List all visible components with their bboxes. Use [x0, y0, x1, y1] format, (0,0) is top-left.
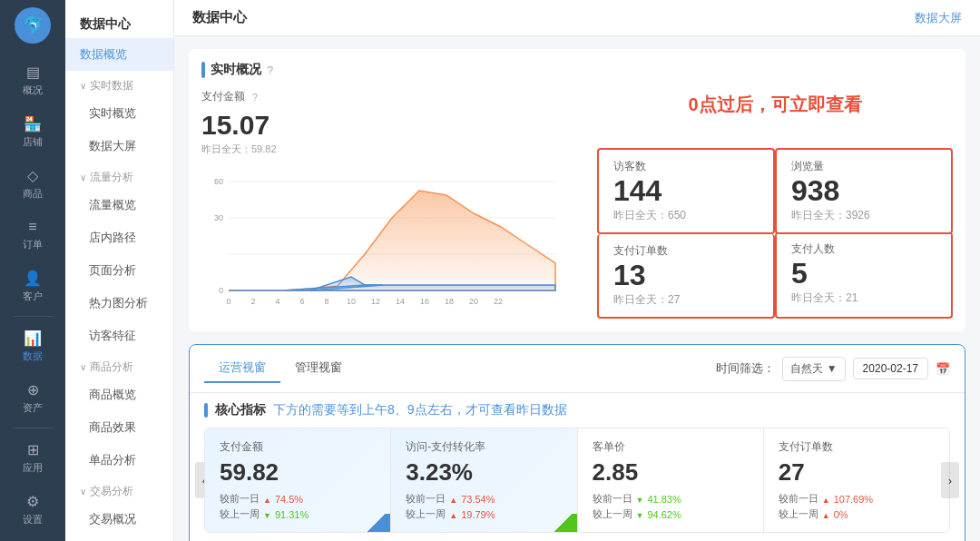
realtime-section: 实时概况 ? 支付金额 ? 15.07 昨日全天：59.82 60	[189, 49, 965, 331]
nav-section-transaction[interactable]: ∨ 交易分析	[65, 477, 173, 503]
core-section: 核心指标 下方的需要等到上午8、9点左右，才可查看昨日数据 ‹ 支付金额 59.…	[190, 393, 965, 541]
chevron-down-icon: ∨	[80, 81, 86, 91]
data-icon: 📊	[24, 330, 42, 347]
sidebar-item-customer[interactable]: 👤 客户	[0, 261, 65, 312]
nav-item-traffic-overview[interactable]: 流量概览	[65, 189, 173, 221]
metric-up-icon	[449, 494, 457, 505]
buyers-label: 支付人数	[791, 241, 936, 257]
metric-row1-label: 较前一日	[220, 492, 260, 506]
nav-item-visitor-traits[interactable]: 访客特征	[65, 320, 173, 352]
date-input[interactable]: 2020-02-17	[853, 358, 928, 379]
nav-item-realtime-overview[interactable]: 实时概览	[65, 97, 173, 130]
tabs-list: 运营视窗 管理视窗	[204, 354, 357, 383]
chevron-down-icon: ∨	[80, 487, 86, 497]
sidebar-label-setting: 设置	[23, 513, 43, 526]
metric-row2-payment: 较上一周 91.31%	[220, 507, 376, 521]
metric-up-icon	[449, 509, 457, 520]
metric-row1-label: 较前一日	[779, 492, 818, 506]
nav-item-single-analysis[interactable]: 单品分析	[65, 444, 173, 477]
svg-text:18: 18	[445, 297, 454, 306]
nav-item-goods-effect[interactable]: 商品效果	[65, 411, 173, 444]
sidebar-item-setting[interactable]: ⚙ 设置	[0, 484, 65, 536]
overview-icon: ▤	[26, 64, 40, 81]
section-bar	[201, 62, 205, 78]
asset-icon: ⊕	[27, 381, 39, 398]
buyers-yesterday: 昨日全天：21	[791, 290, 936, 306]
sidebar-item-data[interactable]: 📊 数据	[0, 320, 65, 372]
sidebar-item-order[interactable]: ≡ 订单	[0, 210, 65, 261]
nav-item-data-overview[interactable]: 数据概览	[65, 38, 173, 71]
metric-row1-label: 较前一日	[593, 492, 632, 506]
nav-section-realtime[interactable]: ∨ 实时数据	[65, 71, 173, 97]
svg-marker-7	[229, 191, 555, 290]
metric-row1-payment: 较前一日 74.5%	[220, 492, 376, 506]
next-metric-button[interactable]: ›	[941, 462, 959, 498]
realtime-title: 实时概况	[211, 62, 261, 78]
metric-up-icon	[263, 494, 271, 505]
svg-text:6: 6	[299, 297, 304, 306]
metric-row1-value: 107.69%	[834, 494, 873, 505]
time-filter-label: 时间筛选：	[716, 360, 775, 377]
sidebar-item-overview[interactable]: ▤ 概况	[0, 54, 65, 106]
nav-item-transaction-overview[interactable]: 交易概况	[65, 503, 173, 536]
chevron-down-icon: ∨	[80, 172, 86, 182]
visitors-yesterday: 昨日全天：650	[613, 208, 759, 223]
visitors-label: 访客数	[613, 159, 759, 174]
card-corner-blue	[363, 514, 390, 532]
metric-row2-label: 较上一周	[779, 507, 818, 521]
payment-metric: 支付金额 ?	[201, 89, 583, 104]
metric-row1-value: 74.5%	[275, 494, 303, 505]
stat-card-orders: 支付订单数 13 昨日全天：27	[597, 234, 775, 319]
nav-item-store-path[interactable]: 店内路径	[65, 221, 173, 254]
time-select[interactable]: 自然天 ▼	[782, 357, 846, 381]
customer-icon: 👤	[24, 270, 42, 287]
sidebar-label-overview: 概况	[23, 84, 43, 97]
calendar-icon[interactable]: 📅	[936, 362, 950, 376]
order-icon: ≡	[28, 219, 36, 235]
sidebar-label-app: 应用	[23, 461, 43, 475]
metric-down-icon	[636, 509, 644, 520]
sidebar: 🐬 ▤ 概况 🏪 店铺 ◇ 商品 ≡ 订单 👤 客户 📊 数据 ⊕ 资产 ⊞ 应…	[0, 0, 65, 541]
nav-item-heatmap[interactable]: 热力图分析	[65, 287, 173, 320]
metric-label-conversion: 访问-支付转化率	[406, 439, 562, 455]
svg-text:4: 4	[275, 297, 279, 306]
nav-item-goods-overview[interactable]: 商品概览	[65, 379, 173, 411]
svg-text:14: 14	[396, 297, 405, 306]
stat-card-visitors: 访客数 144 昨日全天：650	[597, 148, 775, 234]
core-header: 核心指标 下方的需要等到上午8、9点左右，才可查看昨日数据	[204, 402, 950, 418]
sidebar-label-shop: 店铺	[23, 135, 43, 149]
payment-value: 15.07	[201, 110, 583, 141]
pv-yesterday: 昨日全天：3926	[791, 208, 936, 223]
metric-row2-unit-price: 较上一周 94.62%	[593, 507, 749, 521]
svg-text:22: 22	[494, 297, 503, 306]
visitors-value: 144	[613, 174, 759, 208]
nav-section-goods[interactable]: ∨ 商品分析	[65, 352, 173, 379]
svg-text:16: 16	[420, 297, 429, 306]
nav-item-data-screen[interactable]: 数据大屏	[65, 130, 173, 162]
svg-text:10: 10	[347, 297, 356, 306]
help-icon[interactable]: ?	[267, 64, 273, 77]
card-corner-green	[550, 514, 577, 532]
sidebar-item-asset[interactable]: ⊕ 资产	[0, 372, 65, 424]
sidebar-item-app[interactable]: ⊞ 应用	[0, 432, 65, 484]
metric-row1-value: 73.54%	[461, 494, 495, 505]
core-notice: 下方的需要等到上午8、9点左右，才可查看昨日数据	[273, 402, 567, 418]
nav-section-traffic[interactable]: ∨ 流量分析	[65, 162, 173, 189]
sidebar-label-goods: 商品	[23, 187, 43, 201]
data-screen-link[interactable]: 数据大屏	[915, 10, 962, 26]
payment-yesterday: 昨日全天：59.82	[201, 143, 583, 156]
tabs-header: 运营视窗 管理视窗 时间筛选： 自然天 ▼ 2020-02-17 📅	[190, 345, 965, 393]
sidebar-item-shop[interactable]: 🏪 店铺	[0, 106, 65, 158]
tab-operation-view[interactable]: 运营视窗	[204, 354, 280, 383]
nav-item-page-analysis[interactable]: 页面分析	[65, 254, 173, 287]
metric-card-unit-price: 客单价 2.85 较前一日 41.83% 较上一周 94.62%	[578, 428, 764, 532]
realtime-header: 实时概况 ?	[201, 62, 583, 78]
stat-card-pv: 浏览量 938 昨日全天：3926	[775, 148, 953, 234]
metric-label-payment: 支付金额	[220, 439, 376, 455]
sidebar-label-data: 数据	[23, 349, 43, 363]
sidebar-item-goods[interactable]: ◇ 商品	[0, 158, 65, 210]
metric-row2-order-count: 较上一周 0%	[779, 507, 935, 521]
metric-label-unit-price: 客单价	[593, 439, 749, 455]
goods-icon: ◇	[27, 167, 38, 184]
tab-management-view[interactable]: 管理视窗	[280, 354, 357, 383]
